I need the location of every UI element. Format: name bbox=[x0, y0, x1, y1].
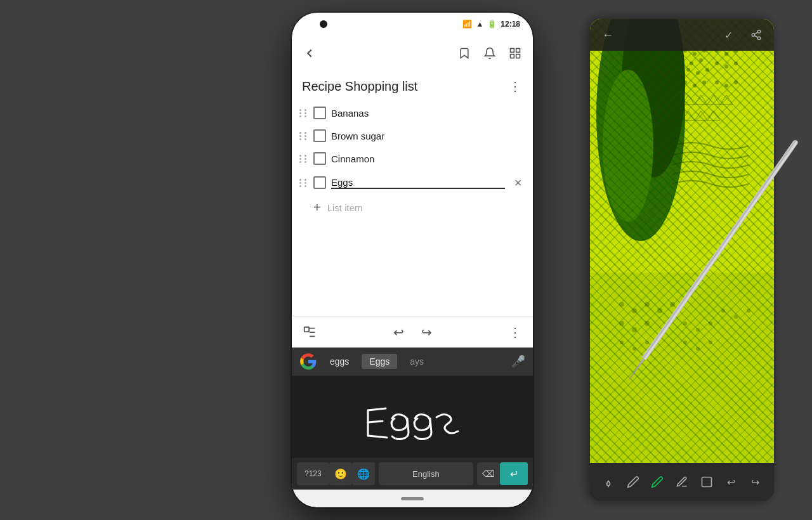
add-collaborator-button[interactable] bbox=[508, 46, 523, 61]
add-checkbox-button[interactable] bbox=[302, 325, 317, 340]
svg-rect-62 bbox=[516, 55, 520, 58]
scene: ← ✓ bbox=[0, 0, 812, 520]
svg-point-25 bbox=[693, 84, 697, 88]
reminder-button[interactable] bbox=[482, 46, 497, 61]
drag-handle[interactable] bbox=[299, 179, 308, 187]
item-clear-button-4[interactable]: ✕ bbox=[510, 175, 525, 190]
svg-point-1 bbox=[752, 34, 755, 37]
suggestion-1[interactable]: eggs bbox=[322, 354, 357, 369]
item-checkbox-4[interactable] bbox=[313, 176, 326, 189]
tablet-redo-icon[interactable]: ↪ bbox=[748, 474, 763, 490]
svg-rect-64 bbox=[304, 327, 309, 331]
svg-rect-37 bbox=[590, 273, 774, 463]
svg-marker-32 bbox=[707, 95, 720, 105]
pencil-icon[interactable] bbox=[674, 474, 690, 490]
tablet-top-bar: ← ✓ bbox=[590, 19, 774, 51]
add-plus-icon: + bbox=[313, 200, 321, 215]
back-button[interactable] bbox=[302, 46, 317, 61]
home-indicator-bar bbox=[401, 497, 424, 500]
svg-point-17 bbox=[705, 68, 709, 72]
svg-point-0 bbox=[757, 30, 761, 34]
tablet-screen: ← ✓ bbox=[590, 19, 774, 501]
item-checkbox-3[interactable] bbox=[313, 152, 326, 165]
svg-point-8 bbox=[603, 70, 653, 222]
add-item-row[interactable]: + List item bbox=[306, 195, 533, 220]
status-bar: 📶 ▲ 🔋 12:18 bbox=[292, 13, 533, 36]
camera-dot bbox=[320, 20, 327, 28]
note-title-row: Recipe Shopping list ⋮ bbox=[292, 71, 533, 101]
svg-point-55 bbox=[683, 341, 687, 344]
symbols-button[interactable]: ?123 bbox=[297, 462, 329, 485]
svg-point-12 bbox=[680, 58, 684, 62]
microphone-icon[interactable]: 🎤 bbox=[511, 354, 525, 368]
language-button[interactable]: English bbox=[379, 462, 473, 485]
toolbar-more-button[interactable]: ⋮ bbox=[508, 325, 523, 340]
delete-button[interactable]: ⌫ bbox=[477, 462, 500, 485]
header-icons bbox=[457, 46, 523, 61]
suggestion-2[interactable]: Eggs bbox=[362, 354, 397, 369]
enter-button[interactable]: ↵ bbox=[500, 462, 528, 485]
item-text-1[interactable]: Bananas bbox=[331, 108, 525, 119]
item-text-2[interactable]: Brown sugar bbox=[331, 131, 525, 141]
bookmark-button[interactable] bbox=[457, 46, 472, 61]
svg-point-16 bbox=[696, 71, 700, 75]
toolbar-undo-redo: ↩ ↪ bbox=[391, 325, 434, 340]
svg-point-42 bbox=[670, 302, 675, 307]
svg-line-4 bbox=[754, 32, 757, 34]
phone-screen: 📶 ▲ 🔋 12:18 bbox=[292, 13, 533, 507]
svg-point-43 bbox=[619, 321, 624, 326]
svg-point-53 bbox=[734, 315, 738, 319]
keyboard-area: eggs Eggs ays 🎤 bbox=[292, 348, 533, 490]
svg-point-23 bbox=[734, 62, 738, 65]
note-content: Recipe Shopping list ⋮ bbox=[292, 71, 533, 316]
note-title[interactable]: Recipe Shopping list bbox=[302, 79, 417, 94]
note-toolbar: ↩ ↪ ⋮ bbox=[292, 316, 533, 348]
tablet-back-icon[interactable]: ← bbox=[600, 27, 615, 42]
svg-point-15 bbox=[686, 68, 690, 72]
tablet-share-icon[interactable] bbox=[749, 27, 764, 42]
svg-point-52 bbox=[721, 309, 725, 313]
redo-button[interactable]: ↪ bbox=[419, 325, 434, 340]
svg-point-27 bbox=[715, 81, 719, 84]
svg-marker-33 bbox=[720, 95, 733, 105]
undo-button[interactable]: ↩ bbox=[391, 325, 406, 340]
svg-point-6 bbox=[596, 19, 685, 241]
svg-point-56 bbox=[696, 347, 700, 351]
shape-icon[interactable] bbox=[699, 474, 714, 490]
svg-rect-63 bbox=[511, 55, 514, 58]
battery-icon: 🔋 bbox=[487, 20, 497, 29]
marker-icon[interactable] bbox=[650, 474, 665, 490]
handwriting-area[interactable] bbox=[292, 375, 533, 458]
item-text-3[interactable]: Cinnamon bbox=[331, 153, 525, 164]
tablet-device: ← ✓ bbox=[590, 19, 774, 501]
tablet-undo-icon[interactable]: ↩ bbox=[723, 474, 738, 490]
google-icon bbox=[299, 353, 317, 370]
status-bar-right: 📶 ▲ 🔋 12:18 bbox=[462, 20, 520, 29]
item-checkbox-2[interactable] bbox=[313, 129, 326, 142]
item-checkbox-1[interactable] bbox=[313, 107, 326, 119]
pen-icon[interactable] bbox=[625, 474, 641, 490]
emoji-icon: 🙂 bbox=[334, 468, 347, 480]
suggestion-3[interactable]: ays bbox=[402, 354, 431, 369]
note-more-button[interactable]: ⋮ bbox=[508, 79, 523, 94]
drag-handle[interactable] bbox=[299, 109, 308, 117]
drag-handle[interactable] bbox=[299, 132, 308, 140]
tablet-check-icon[interactable]: ✓ bbox=[721, 27, 736, 42]
svg-point-44 bbox=[632, 327, 637, 332]
svg-point-24 bbox=[683, 81, 687, 84]
list-item: Bananas bbox=[292, 101, 533, 124]
item-text-4[interactable]: Eggs bbox=[331, 177, 505, 189]
svg-point-13 bbox=[690, 62, 693, 65]
svg-point-29 bbox=[734, 81, 738, 84]
note-more-icon: ⋮ bbox=[509, 79, 521, 94]
drag-handle[interactable] bbox=[299, 155, 308, 163]
svg-point-46 bbox=[620, 341, 624, 344]
globe-button[interactable]: 🌐 bbox=[352, 462, 375, 485]
emoji-button[interactable]: 🙂 bbox=[329, 462, 352, 485]
globe-icon: 🌐 bbox=[357, 468, 370, 480]
svg-marker-36 bbox=[707, 111, 720, 120]
keyboard-bottom-row: ?123 🙂 🌐 English ⌫ ↵ bbox=[292, 458, 533, 490]
svg-point-10 bbox=[693, 52, 697, 56]
brush-icon[interactable] bbox=[601, 474, 616, 490]
svg-point-40 bbox=[645, 302, 650, 307]
